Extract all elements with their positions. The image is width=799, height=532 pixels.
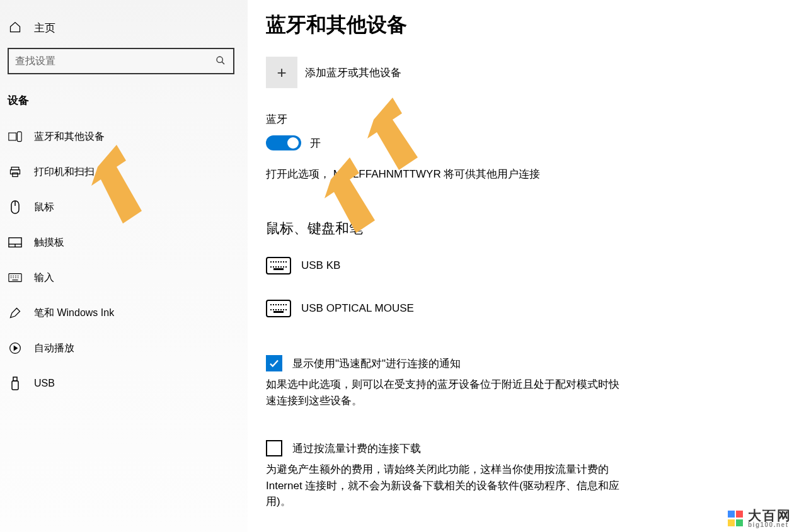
touchpad-icon <box>8 235 23 249</box>
svg-rect-4 <box>11 167 19 170</box>
home-icon <box>8 21 23 35</box>
swift-pair-label: 显示使用"迅速配对"进行连接的通知 <box>292 356 461 371</box>
svg-line-1 <box>222 62 224 64</box>
device-name: USB OPTICAL MOUSE <box>301 302 414 315</box>
nav-label: 笔和 Windows Ink <box>34 307 114 320</box>
svg-rect-5 <box>11 170 20 174</box>
svg-marker-17 <box>14 346 17 351</box>
device-item[interactable]: USB KB <box>266 251 707 281</box>
nav-touchpad[interactable]: 触摸板 <box>0 225 248 260</box>
nav-label: 自动播放 <box>34 342 74 355</box>
page-title: 蓝牙和其他设备 <box>266 11 799 39</box>
svg-point-0 <box>217 57 222 62</box>
svg-rect-19 <box>12 381 18 390</box>
plus-icon: + <box>266 57 297 88</box>
nav-label: 蓝牙和其他设备 <box>34 130 105 144</box>
main-panel: 蓝牙和其他设备 + 添加蓝牙或其他设备 蓝牙 开 打开此选项， MS-LFFAH… <box>248 0 799 532</box>
home-label: 主页 <box>34 21 55 35</box>
nav-typing[interactable]: 输入 <box>0 260 248 295</box>
mouse-icon <box>8 200 23 214</box>
nav-bluetooth[interactable]: 蓝牙和其他设备 <box>0 119 248 154</box>
watermark-url: big100.net <box>748 522 791 528</box>
nav-mouse[interactable]: 鼠标 <box>0 190 248 225</box>
home-link[interactable]: 主页 <box>0 0 248 39</box>
nav-usb[interactable]: USB <box>0 366 248 401</box>
printer-icon <box>8 165 23 179</box>
svg-rect-3 <box>17 132 21 141</box>
metered-checkbox[interactable] <box>266 440 282 456</box>
section-header: 设备 <box>8 93 248 108</box>
devices-icon <box>8 130 23 144</box>
svg-rect-18 <box>13 377 17 381</box>
device-item[interactable]: USB OPTICAL MOUSE <box>266 293 707 324</box>
toggle-knob <box>287 137 299 149</box>
swift-pair-desc: 如果选中此选项，则可以在受支持的蓝牙设备位于附近且处于配对模式时快速连接到这些设… <box>266 376 628 409</box>
section-mkp-heading: 鼠标、键盘和笔 <box>266 219 799 238</box>
keyboard-icon <box>8 271 23 285</box>
sidebar: 主页 设备 蓝牙和其他设备 打印机和扫扫 鼠标 触摸板 输入 <box>0 0 248 532</box>
toggle-state-label: 开 <box>310 136 321 150</box>
search-box[interactable] <box>8 48 234 74</box>
keyboard-device-icon <box>266 300 291 317</box>
search-input[interactable] <box>15 55 214 67</box>
nav-label: 打印机和扫扫 <box>34 166 95 179</box>
nav-label: USB <box>34 378 55 389</box>
device-name: USB KB <box>301 259 340 272</box>
metered-label: 通过按流量计费的连接下载 <box>292 441 421 456</box>
nav-label: 触摸板 <box>34 236 64 249</box>
bluetooth-toggle[interactable] <box>266 135 301 150</box>
bluetooth-desc: 打开此选项， MS-LFFAHNMTTWYR 将可供其他用户连接 <box>266 167 669 181</box>
swift-pair-checkbox-row[interactable]: 显示使用"迅速配对"进行连接的通知 <box>266 355 799 371</box>
pen-icon <box>8 306 23 320</box>
nav-printers[interactable]: 打印机和扫扫 <box>0 154 248 190</box>
nav-label: 输入 <box>34 271 54 285</box>
nav-label: 鼠标 <box>34 201 54 214</box>
metered-desc: 为避免产生额外的费用，请始终关闭此功能，这样当你使用按流量计费的 Interne… <box>266 461 628 510</box>
watermark-name: 大百网 <box>748 509 791 522</box>
nav-autoplay[interactable]: 自动播放 <box>0 331 248 366</box>
search-icon <box>214 55 227 67</box>
usb-icon <box>8 376 23 390</box>
watermark: 大百网 big100.net <box>728 509 791 528</box>
svg-rect-2 <box>9 133 16 140</box>
add-device-button[interactable]: + 添加蓝牙或其他设备 <box>266 57 799 88</box>
metered-checkbox-row[interactable]: 通过按流量计费的连接下载 <box>266 440 799 456</box>
add-device-label: 添加蓝牙或其他设备 <box>305 65 401 80</box>
watermark-logo-icon <box>728 511 744 527</box>
keyboard-device-icon <box>266 257 291 274</box>
autoplay-icon <box>8 341 23 355</box>
swift-pair-checkbox[interactable] <box>266 355 282 371</box>
bluetooth-heading: 蓝牙 <box>266 112 799 127</box>
svg-rect-6 <box>13 173 18 177</box>
nav-pen[interactable]: 笔和 Windows Ink <box>0 295 248 331</box>
